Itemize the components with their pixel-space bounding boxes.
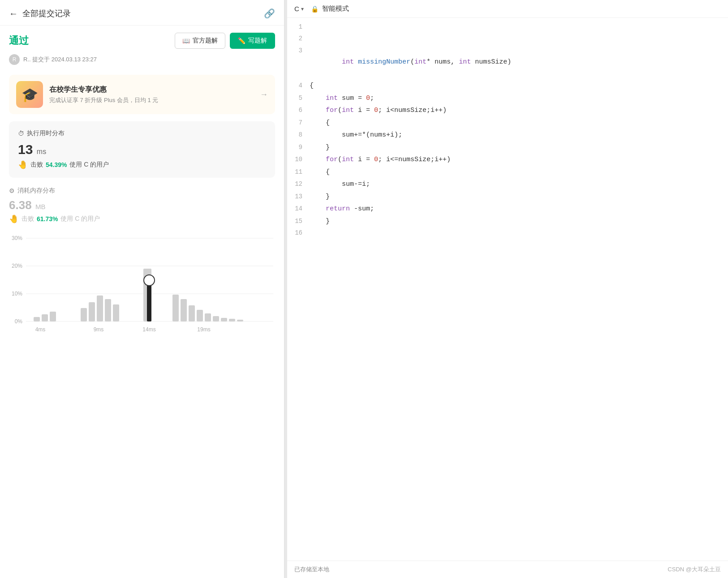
time-dist-title: ⏱ 执行用时分布 — [18, 129, 266, 137]
promo-desc: 完成认证享 7 折升级 Plus 会员，日均 1 元 — [49, 96, 254, 104]
svg-text:14ms: 14ms — [142, 326, 155, 333]
status-badge: 通过 — [9, 34, 29, 47]
svg-point-18 — [144, 275, 155, 286]
line-num-9: 9 — [287, 142, 310, 153]
svg-rect-19 — [172, 295, 179, 321]
code-line-10: 10 for(int i = 0; i<=numsSize;i++) — [287, 154, 728, 166]
official-solution-button[interactable]: 📖 官方题解 — [175, 33, 225, 49]
code-line-13: 13 } — [287, 191, 728, 203]
memory-beat-row: 🤚 击败 61.73% 使用 C 的用户 — [9, 214, 275, 224]
author-credit: CSDN @大耳朵土豆 — [668, 565, 721, 574]
submitter-row: R R.. 提交于 2024.03.13 23:27 — [0, 52, 284, 71]
line-num-6: 6 — [287, 105, 310, 116]
svg-rect-10 — [50, 312, 56, 321]
code-line-8: 8 sum+=*(nums+i); — [287, 129, 728, 141]
code-editor[interactable]: 1 2 3 int missingNumber(int* nums, int n… — [287, 18, 728, 561]
svg-text:20%: 20% — [12, 263, 22, 269]
line-num-1: 1 — [287, 22, 310, 33]
svg-text:19ms: 19ms — [197, 326, 210, 333]
time-dist-card: ⏱ 执行用时分布 13 ms 🤚 击败 54.39% 使用 C 的用户 — [9, 121, 275, 178]
left-panel: ← 全部提交记录 🔗 通过 📖 官方题解 ✏️ 写题解 R R.. 提交于 20… — [0, 0, 284, 578]
stats-container: ⏱ 执行用时分布 13 ms 🤚 击败 54.39% 使用 C 的用户 — [0, 121, 284, 187]
memory-title: ⚙ 消耗内存分布 — [9, 187, 275, 195]
avatar: R — [9, 54, 20, 65]
line-content-7: { — [310, 117, 728, 129]
time-value: 13 — [18, 142, 33, 157]
line-num-4: 4 — [287, 81, 310, 91]
line-content-12: sum-=i; — [310, 179, 728, 190]
editor-toolbar: C ▾ 🔒 智能模式 — [287, 0, 728, 18]
code-line-7: 7 { — [287, 117, 728, 129]
svg-rect-20 — [181, 299, 187, 321]
right-panel: C ▾ 🔒 智能模式 1 2 3 int missingNumber(int* … — [287, 0, 728, 578]
line-content-4: { — [310, 80, 728, 92]
svg-rect-11 — [81, 308, 87, 321]
language-selector[interactable]: C ▾ — [294, 5, 304, 13]
link-icon[interactable]: 🔗 — [264, 8, 275, 19]
promo-banner[interactable]: 🎓 在校学生专享优惠 完成认证享 7 折升级 Plus 会员，日均 1 元 → — [9, 75, 275, 114]
line-num-7: 7 — [287, 118, 310, 128]
svg-text:30%: 30% — [12, 235, 22, 241]
code-line-1: 1 — [287, 21, 728, 33]
code-line-4: 4 { — [287, 80, 728, 92]
promo-arrow-icon: → — [260, 90, 268, 99]
editor-footer: 已存储至本地 CSDN @大耳朵土豆 — [287, 561, 728, 578]
svg-rect-26 — [229, 319, 235, 321]
time-unit: ms — [37, 148, 46, 155]
memory-value: 6.38 — [9, 198, 32, 212]
svg-rect-27 — [237, 320, 243, 321]
write-solution-button[interactable]: ✏️ 写题解 — [230, 33, 275, 49]
code-line-2: 2 — [287, 33, 728, 45]
svg-text:9ms: 9ms — [94, 326, 104, 333]
memory-unit: MB — [35, 203, 46, 210]
chart-area: 30% 20% 10% 0% — [9, 233, 275, 360]
code-line-15: 15 } — [287, 215, 728, 228]
code-line-3: 3 int missingNumber(int* nums, int numsS… — [287, 45, 728, 80]
back-button[interactable]: ← — [9, 9, 18, 19]
hand-icon: 🤚 — [18, 160, 28, 170]
svg-rect-25 — [221, 318, 227, 321]
svg-text:4ms: 4ms — [35, 326, 46, 333]
memory-section: ⚙ 消耗内存分布 6.38 MB 🤚 击败 61.73% 使用 C 的用户 — [0, 187, 284, 224]
code-line-9: 9 } — [287, 141, 728, 154]
line-num-12: 12 — [287, 179, 310, 190]
line-num-10: 10 — [287, 154, 310, 165]
svg-rect-13 — [97, 295, 103, 321]
smart-mode-label: 智能模式 — [322, 4, 349, 13]
code-line-6: 6 for(int i = 0; i<numsSize;i++) — [287, 104, 728, 117]
svg-rect-17 — [147, 283, 151, 321]
time-beat-percent: 54.39% — [46, 161, 67, 168]
save-status: 已存储至本地 — [294, 565, 329, 574]
language-label: C — [294, 5, 299, 13]
chevron-down-icon: ▾ — [301, 6, 304, 12]
svg-rect-9 — [42, 314, 48, 321]
svg-text:0%: 0% — [15, 318, 23, 325]
svg-rect-23 — [205, 313, 211, 321]
code-line-12: 12 sum-=i; — [287, 178, 728, 191]
svg-rect-15 — [113, 304, 119, 321]
edit-icon: ✏️ — [238, 37, 246, 44]
line-content-6: for(int i = 0; i<numsSize;i++) — [310, 105, 728, 116]
line-content-5: int sum = 0; — [310, 93, 728, 104]
line-num-14: 14 — [287, 204, 310, 214]
svg-rect-22 — [197, 310, 203, 321]
time-beat-row: 🤚 击败 54.39% 使用 C 的用户 — [18, 160, 266, 170]
lock-icon: 🔒 — [311, 5, 319, 13]
clock-icon: ⏱ — [18, 130, 24, 137]
status-row: 通过 📖 官方题解 ✏️ 写题解 — [0, 26, 284, 52]
line-num-3: 3 — [287, 46, 310, 56]
svg-rect-21 — [189, 305, 195, 321]
line-num-2: 2 — [287, 34, 310, 44]
line-num-16: 16 — [287, 228, 310, 239]
page-title: 全部提交记录 — [22, 8, 71, 19]
memory-beat-percent: 61.73% — [37, 215, 58, 223]
svg-rect-12 — [89, 302, 95, 321]
button-row: 📖 官方题解 ✏️ 写题解 — [175, 33, 275, 49]
promo-title: 在校学生专享优惠 — [49, 85, 254, 94]
line-content-9: } — [310, 142, 728, 154]
header-left: ← 全部提交记录 — [9, 8, 71, 19]
memory-value-row: 6.38 MB — [9, 198, 275, 212]
svg-rect-14 — [105, 299, 111, 321]
line-num-15: 15 — [287, 216, 310, 227]
code-line-14: 14 return -sum; — [287, 203, 728, 215]
